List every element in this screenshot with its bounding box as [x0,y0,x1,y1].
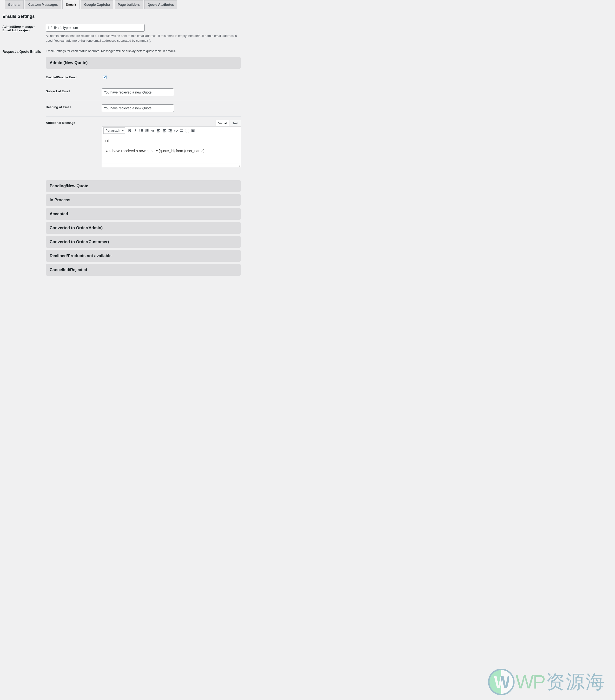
section-title: Accepted [50,212,237,216]
section-converted-to-order-admin-[interactable]: Converted to Order(Admin) [46,222,241,234]
section-title: Pending/New Quote [50,184,237,188]
section-in-process[interactable]: In Process [46,194,241,206]
aligncenter-icon[interactable] [161,128,167,134]
format-select[interactable]: Paragraph [103,127,125,134]
section-title: Converted to Order(Customer) [50,239,237,244]
richtext-editor: Visual Text Paragraph [102,120,241,167]
enable-email-label: Enable/Disable Email [46,71,102,85]
admin-email-label: Admin/Shop manager Email Address(es) [2,23,46,48]
ol-icon[interactable]: 123 [144,128,150,134]
tab-emails[interactable]: Emails [62,0,79,9]
editor-line: Hi, [105,138,237,144]
section-title: Declined/Products not available [50,253,237,258]
bold-icon[interactable] [127,128,133,134]
tab-google-captcha[interactable]: Google Captcha [81,0,113,9]
svg-rect-7 [192,129,193,130]
tab-page-builders[interactable]: Page builders [115,0,143,9]
request-quote-emails-desc: Email Settings for each status of quote.… [46,49,241,53]
admin-email-help: All admin emails that are related to our… [46,34,241,43]
subject-label: Subject of Email [46,85,102,101]
svg-rect-9 [194,129,194,130]
subject-input[interactable] [102,88,174,96]
section-title: Cancelled/Rejected [50,267,237,272]
ul-icon[interactable] [138,128,144,134]
section-declined-products-not-available[interactable]: Declined/Products not available [46,250,241,262]
admin-email-input[interactable] [46,24,145,32]
quote-icon[interactable] [150,128,155,134]
svg-rect-11 [193,130,194,131]
editor-tab-text[interactable]: Text [230,120,241,126]
editor-toolbar: Paragraph 123 [102,126,241,135]
section-admin-new-quote[interactable]: Admin (New Quote) [46,57,241,69]
svg-point-0 [139,129,140,130]
section-pending-new-quote[interactable]: Pending/New Quote [46,180,241,192]
link-icon[interactable] [173,128,179,134]
svg-rect-13 [192,131,194,132]
svg-rect-10 [192,130,193,131]
editor-content[interactable]: Hi, You have received a new quote# {quot… [102,135,241,164]
readmore-icon[interactable] [179,128,185,134]
editor-statusbar [102,164,241,167]
section-title: Converted to Order(Admin) [50,226,237,230]
svg-point-2 [139,131,140,132]
svg-point-1 [139,130,140,131]
enable-email-checkbox[interactable] [103,75,106,79]
section-converted-to-order-customer-[interactable]: Converted to Order(Customer) [46,236,241,248]
italic-icon[interactable] [133,128,138,134]
editor-line: You have received a new quote# {quote_id… [105,148,237,154]
section-accepted[interactable]: Accepted [46,208,241,220]
section-cancelled-rejected[interactable]: Cancelled/Rejected [46,264,241,276]
section-title: In Process [50,198,237,202]
fullscreen-icon[interactable] [185,128,190,134]
heading-input[interactable] [102,104,174,112]
svg-rect-8 [193,129,194,130]
kitchensink-icon[interactable] [190,128,196,134]
alignleft-icon[interactable] [155,128,161,134]
page-title: Emails Settings [2,14,241,19]
tab-general[interactable]: General [5,0,24,9]
heading-label: Heading of Email [46,101,102,116]
svg-rect-12 [194,130,194,131]
message-label: Additional Message [46,116,102,172]
tab-custom-messages[interactable]: Custom Messages [25,0,61,9]
section-title: Admin (New Quote) [50,61,237,65]
tab-quote-attributes[interactable]: Quote Attributes [144,0,177,9]
settings-tabs: GeneralCustom MessagesEmailsGoogle Captc… [2,0,241,9]
request-quote-emails-label: Request a Quote Emails [2,50,43,53]
svg-text:3: 3 [145,131,146,132]
alignright-icon[interactable] [167,128,173,134]
editor-tab-visual[interactable]: Visual [216,120,229,126]
